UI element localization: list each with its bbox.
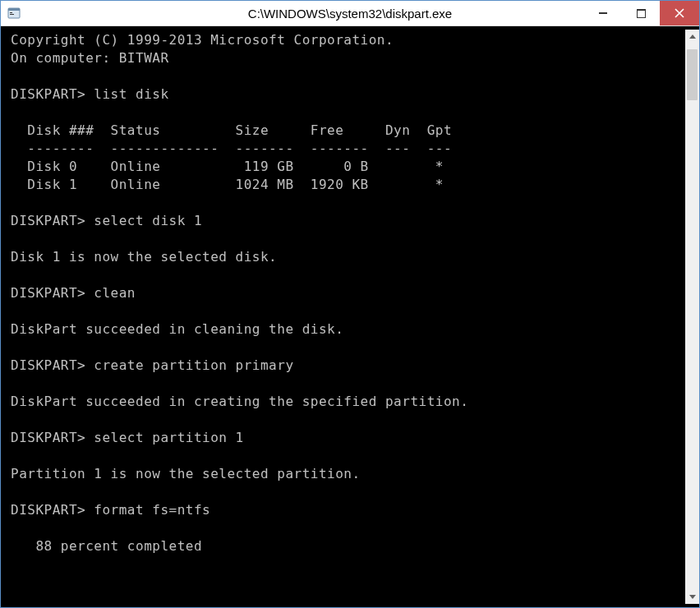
close-button[interactable] bbox=[660, 1, 699, 25]
title-bar[interactable]: C:\WINDOWS\system32\diskpart.exe bbox=[1, 1, 699, 26]
terminal-output[interactable]: Copyright (C) 1999-2013 Microsoft Corpor… bbox=[4, 30, 685, 604]
svg-rect-6 bbox=[637, 9, 646, 11]
svg-rect-2 bbox=[10, 12, 12, 13]
scroll-down-button[interactable] bbox=[685, 590, 699, 604]
scroll-up-button[interactable] bbox=[685, 30, 699, 44]
vertical-scrollbar[interactable] bbox=[685, 30, 699, 604]
svg-rect-4 bbox=[599, 12, 607, 14]
client-area: Copyright (C) 1999-2013 Microsoft Corpor… bbox=[1, 26, 699, 607]
console-window: C:\WINDOWS\system32\diskpart.exe Copyrig… bbox=[0, 0, 700, 608]
svg-rect-3 bbox=[10, 14, 14, 15]
maximize-button[interactable] bbox=[622, 1, 660, 25]
chevron-up-icon bbox=[689, 35, 696, 39]
chevron-down-icon bbox=[689, 595, 696, 599]
svg-rect-1 bbox=[8, 8, 20, 11]
minimize-button[interactable] bbox=[584, 1, 622, 25]
app-icon bbox=[7, 7, 21, 20]
window-controls bbox=[584, 1, 699, 25]
scroll-thumb[interactable] bbox=[687, 49, 698, 100]
